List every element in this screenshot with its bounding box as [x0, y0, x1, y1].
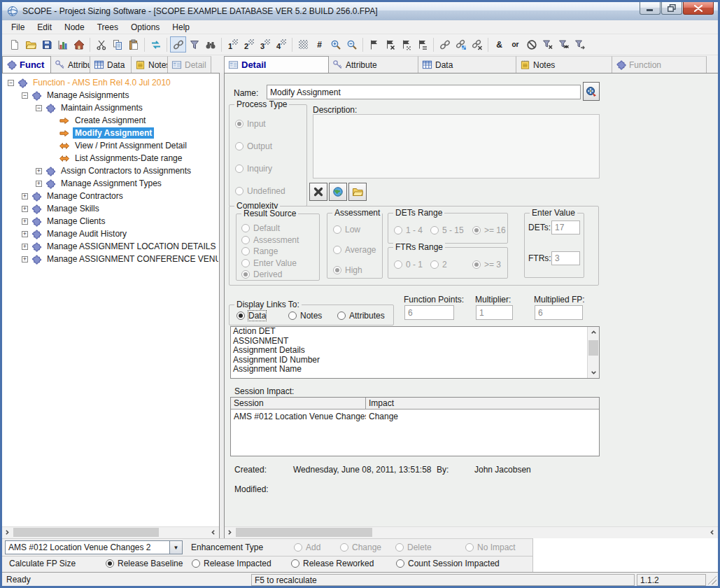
form-horizontal-scrollbar[interactable] — [225, 526, 718, 538]
list-item-assignment-details[interactable]: Assignment Details — [231, 346, 599, 356]
scroll-left-icon[interactable] — [2, 527, 13, 538]
filter-funnel-button[interactable] — [186, 36, 202, 52]
tab-left-notes[interactable]: Notes — [132, 56, 168, 73]
level-4-button[interactable]: 4 — [273, 36, 289, 52]
restore-button[interactable] — [661, 2, 682, 15]
expand-toggle-icon[interactable]: + — [22, 206, 28, 212]
tree-item-manage-asisignments[interactable]: −Manage Asisignments — [3, 89, 218, 102]
menu-trees[interactable]: Trees — [91, 22, 125, 33]
find-binoculars-button[interactable] — [202, 36, 218, 52]
radio-notes[interactable]: Notes — [288, 311, 322, 321]
chain-link-button[interactable] — [437, 36, 453, 52]
tab-left-data[interactable]: Data — [90, 56, 132, 73]
close-button[interactable] — [683, 2, 714, 15]
flag-button[interactable] — [366, 36, 382, 52]
resize-grip[interactable] — [707, 575, 717, 584]
tab-left-detail[interactable]: Detail — [168, 56, 211, 73]
tree-item-manage-skills[interactable]: +Manage Skills — [3, 202, 218, 215]
menu-node[interactable]: Node — [58, 22, 91, 33]
expand-toggle-icon[interactable]: + — [22, 244, 28, 250]
scroll-right-icon[interactable] — [208, 527, 218, 538]
tab-left-attribut[interactable]: Attribut — [51, 56, 90, 73]
name-input[interactable] — [267, 85, 581, 99]
chart-view-button[interactable] — [55, 36, 71, 52]
and-operator-button[interactable]: & — [491, 36, 507, 52]
or-operator-button[interactable]: or — [507, 36, 523, 52]
zoom-in-button[interactable] — [327, 36, 344, 52]
scroll-left-icon[interactable] — [225, 527, 235, 538]
cut-button[interactable] — [93, 36, 109, 52]
save-button[interactable] — [38, 36, 55, 52]
not-operator-button[interactable] — [523, 36, 539, 52]
chain-link-add-button[interactable] — [453, 36, 469, 52]
tab-left-funct[interactable]: Funct — [2, 56, 51, 73]
tree-item-list-assignments-date-range[interactable]: List Assignments-Date range — [3, 152, 218, 164]
tab-right-attribute[interactable]: Attribute — [329, 56, 418, 73]
tree-item-maintain-assignments[interactable]: −Maintain Assignments — [3, 102, 218, 114]
filter-next-button[interactable] — [572, 36, 588, 52]
scroll-thumb[interactable] — [13, 528, 159, 537]
tree-item-manage-clients[interactable]: +Manage Clients — [3, 215, 218, 227]
level-3-button[interactable]: 3 — [257, 36, 273, 52]
tree-item-view-print-assignment-detail[interactable]: View / Print Assignment Detail — [3, 139, 218, 152]
list-item-assignment-id-number[interactable]: Assignment ID Number — [231, 356, 599, 365]
menu-options[interactable]: Options — [125, 22, 166, 33]
expand-toggle-icon[interactable]: + — [22, 231, 28, 237]
list-item-assignment-name[interactable]: Assignment Name — [231, 365, 599, 374]
checker-grid-button[interactable] — [295, 36, 311, 52]
filter-delete-all-button[interactable] — [556, 36, 572, 52]
tree-item-manage-contractors[interactable]: +Manage Contractors — [3, 190, 218, 202]
open-document-button[interactable] — [348, 183, 367, 201]
scroll-thumb[interactable] — [236, 528, 372, 537]
delete-description-button[interactable] — [309, 183, 327, 201]
radio-release-baseline[interactable]: Release Baseline — [106, 559, 183, 568]
radio-count-session-impacted[interactable]: Count Session Impacted — [396, 559, 500, 568]
number-grid-button[interactable]: # — [311, 36, 327, 52]
column-header-impact[interactable]: Impact — [366, 398, 599, 409]
home-button[interactable] — [71, 36, 87, 52]
radio-data[interactable]: Data — [237, 311, 266, 321]
title-bar[interactable]: SCOPE - Project Sizing Software - [SCOPE… — [2, 2, 718, 20]
list-item-action-det[interactable]: Action DET — [231, 327, 599, 337]
tree-item-manage-assignment-conference-venue-d[interactable]: +Manage ASSIGNMENT CONFERENCE VENUE D — [3, 253, 218, 265]
sync-arrows-button[interactable] — [148, 36, 164, 52]
level-2-button[interactable]: 2 — [241, 36, 257, 52]
menu-help[interactable]: Help — [166, 22, 196, 33]
list-vertical-scrollbar[interactable] — [587, 327, 599, 378]
minimize-button[interactable] — [640, 2, 661, 15]
tab-right-detail[interactable]: Detail — [224, 56, 329, 73]
zoom-out-button[interactable] — [344, 36, 360, 52]
level-1-button[interactable]: 1 — [225, 36, 241, 52]
scroll-up-icon[interactable] — [588, 327, 599, 337]
expand-toggle-icon[interactable]: + — [22, 193, 28, 200]
scroll-thumb[interactable] — [588, 340, 598, 356]
radio-attributes[interactable]: Attributes — [337, 311, 385, 321]
tree-item-manage-audit-history[interactable]: +Manage Audit History — [3, 227, 218, 240]
link-button[interactable] — [170, 36, 186, 52]
flag-delete-button[interactable] — [382, 36, 398, 52]
radio-release-reworked[interactable]: Release Reworked — [291, 559, 374, 568]
expand-toggle-icon[interactable]: + — [22, 218, 28, 225]
tree-item-create-assignment[interactable]: Create Assignment — [3, 114, 218, 127]
tab-right-notes[interactable]: Notes — [516, 56, 612, 73]
copy-button[interactable] — [109, 36, 125, 52]
web-link-button[interactable] — [329, 183, 347, 201]
tree-item-function-ams-enh-rel-4-0-jul-2010[interactable]: −Function - AMS Enh Rel 4.0 Jul 2010 — [3, 76, 218, 89]
expand-toggle-icon[interactable]: + — [22, 256, 28, 262]
chain-link-delete-button[interactable] — [469, 36, 485, 52]
table-row[interactable]: AMS #012 Location Venue Changes 2Change — [231, 410, 599, 424]
tree-horizontal-scrollbar[interactable] — [2, 526, 219, 538]
radio-release-impacted[interactable]: Release Impacted — [192, 559, 271, 568]
tree-item-modify-assignment[interactable]: Modify Assignment — [3, 127, 218, 139]
media-button[interactable] — [583, 82, 600, 101]
scroll-right-icon[interactable] — [707, 527, 717, 538]
new-document-button[interactable] — [6, 36, 22, 52]
list-item-assignment[interactable]: ASSIGNMENT — [231, 337, 599, 346]
paste-button[interactable] — [125, 36, 141, 52]
menu-file[interactable]: File — [5, 22, 31, 33]
tab-right-data[interactable]: Data — [418, 56, 516, 73]
tree-item-manage-assignment-location-details-inf[interactable]: +Manage ASSIGNMENT LOCATION DETAILS Inf — [3, 240, 218, 253]
collapse-toggle-icon[interactable]: − — [8, 80, 14, 86]
description-textarea[interactable] — [313, 114, 600, 178]
tab-right-function[interactable]: Function — [612, 56, 707, 73]
